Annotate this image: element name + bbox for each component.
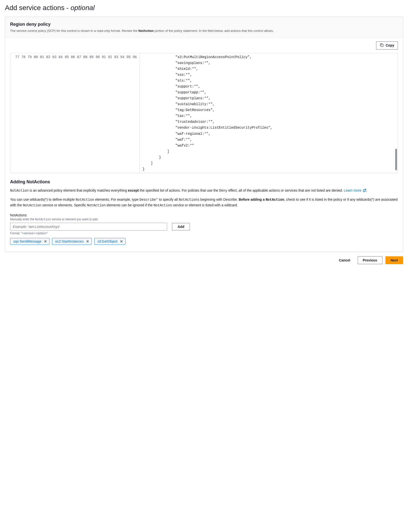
notactions-para-2: You can use wildcards(*) to define multi…	[10, 197, 398, 208]
notactions-para-1: NotAction is an advanced policy element …	[10, 188, 398, 194]
notaction-tag: ec2:StartInstances	[52, 238, 92, 245]
tag-remove-button[interactable]	[44, 240, 47, 243]
format-hint: Format: "<service>:<action>"	[10, 232, 398, 235]
line-gutter: 77 78 79 80 81 82 83 84 85 86 87 88 89 9…	[10, 53, 140, 173]
notactions-field-hint: Manually enter the NotAction service or …	[10, 218, 398, 221]
cancel-button[interactable]: Cancel	[335, 256, 355, 264]
previous-button[interactable]: Previous	[358, 256, 382, 264]
learn-more-link[interactable]: Learn more	[344, 188, 366, 192]
tag-remove-button[interactable]	[120, 240, 123, 243]
copy-label: Copy	[386, 43, 394, 47]
tag-label: s3:GetObject	[97, 239, 118, 243]
panel-title: Region deny policy	[10, 22, 398, 27]
page-title-optional: optional	[71, 4, 95, 12]
scrollbar-thumb[interactable]	[395, 149, 397, 170]
panel-description: The service control policy (SCP) for thi…	[10, 28, 398, 33]
code-viewer: 77 78 79 80 81 82 83 84 85 86 87 88 89 9…	[10, 53, 398, 173]
panel-body: Copy 77 78 79 80 81 82 83 84 85 86 87 88…	[5, 37, 403, 252]
tag-label: ec2:StartInstances	[55, 239, 84, 243]
notaction-tag: s3:GetObject	[94, 238, 126, 245]
add-button[interactable]: Add	[172, 223, 190, 230]
next-button[interactable]: Next	[385, 256, 403, 264]
svg-rect-0	[381, 44, 383, 47]
notaction-tag: sqs:SendMessage	[10, 238, 50, 245]
notaction-input[interactable]	[10, 223, 167, 231]
notaction-tags: sqs:SendMessageec2:StartInstancess3:GetO…	[10, 238, 398, 245]
copy-button[interactable]: Copy	[376, 41, 398, 49]
notactions-field-label: NotActions	[10, 213, 398, 217]
wizard-footer: Cancel Previous Next	[0, 252, 408, 269]
external-link-icon	[363, 188, 366, 194]
code-content[interactable]: "s3:PutMultiRegionAccessPointPolicy", "s…	[140, 53, 398, 173]
page-title-prefix: Add service actions -	[5, 4, 71, 12]
adding-notactions-title: Adding NotActions	[10, 179, 398, 185]
tag-label: sqs:SendMessage	[13, 239, 41, 243]
region-deny-panel: Region deny policy The service control p…	[5, 17, 403, 252]
copy-icon	[380, 43, 384, 48]
panel-header: Region deny policy The service control p…	[5, 17, 403, 37]
page-title: Add service actions - optional	[0, 0, 408, 17]
tag-remove-button[interactable]	[86, 240, 89, 243]
